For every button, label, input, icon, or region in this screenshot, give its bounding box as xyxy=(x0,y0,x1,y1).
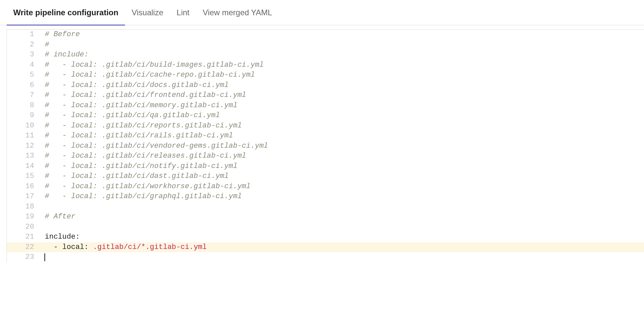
comment-token: # - local: .gitlab/ci/graphql.gitlab-ci.… xyxy=(45,192,242,200)
code-content[interactable]: # - local: .gitlab/ci/reports.gitlab-ci.… xyxy=(43,121,644,131)
code-content[interactable]: # - local: .gitlab/ci/docs.gitlab-ci.yml xyxy=(43,80,644,91)
editor-tabs: Write pipeline configurationVisualizeLin… xyxy=(0,0,644,25)
line-number: 16 xyxy=(7,182,43,192)
code-content[interactable]: # Before xyxy=(43,30,644,40)
comment-token: # include: xyxy=(45,50,89,59)
line-number: 15 xyxy=(7,171,43,182)
comment-token: # xyxy=(45,40,49,49)
code-content[interactable] xyxy=(43,222,644,232)
line-number: 17 xyxy=(7,192,43,202)
yaml-colon: : xyxy=(75,233,80,241)
code-line[interactable]: 18 xyxy=(7,202,644,212)
code-content[interactable]: # - local: .gitlab/ci/graphql.gitlab-ci.… xyxy=(43,192,644,202)
line-number: 5 xyxy=(7,70,43,80)
comment-token: # - local: .gitlab/ci/reports.gitlab-ci.… xyxy=(45,121,242,130)
tab-visualize[interactable]: Visualize xyxy=(125,0,170,25)
code-content[interactable]: # - local: .gitlab/ci/memory.gitlab-ci.y… xyxy=(43,101,644,111)
comment-token: # - local: .gitlab/ci/releases.gitlab-ci… xyxy=(45,152,246,160)
code-line[interactable]: 7# - local: .gitlab/ci/frontend.gitlab-c… xyxy=(7,90,644,101)
code-content[interactable]: # - local: .gitlab/ci/dast.gitlab-ci.yml xyxy=(43,171,644,182)
code-content[interactable]: # - local: .gitlab/ci/vendored-gems.gitl… xyxy=(43,141,644,151)
code-line[interactable]: 3# include: xyxy=(7,50,644,60)
line-number: 11 xyxy=(7,131,43,141)
comment-token: # - local: .gitlab/ci/qa.gitlab-ci.yml xyxy=(45,111,220,119)
code-content[interactable] xyxy=(43,252,644,263)
tab-write-pipeline-configuration[interactable]: Write pipeline configuration xyxy=(7,0,125,25)
line-number: 4 xyxy=(7,60,43,70)
comment-token: # - local: .gitlab/ci/workhorse.gitlab-c… xyxy=(45,182,251,191)
code-content[interactable]: # - local: .gitlab/ci/cache-repo.gitlab-… xyxy=(43,70,644,80)
line-number: 9 xyxy=(7,111,43,121)
code-content[interactable] xyxy=(43,202,644,212)
line-number: 12 xyxy=(7,141,43,151)
code-line[interactable]: 2# xyxy=(7,40,644,50)
yaml-key: local xyxy=(62,243,84,251)
code-content[interactable]: # - local: .gitlab/ci/rails.gitlab-ci.ym… xyxy=(43,131,644,141)
code-line[interactable]: 21include: xyxy=(7,232,644,242)
line-number: 23 xyxy=(7,252,43,263)
tab-lint[interactable]: Lint xyxy=(170,0,196,25)
comment-token: # Before xyxy=(45,30,80,39)
comment-token: # - local: .gitlab/ci/rails.gitlab-ci.ym… xyxy=(45,131,233,140)
line-number: 1 xyxy=(7,30,43,40)
code-line[interactable]: 6# - local: .gitlab/ci/docs.gitlab-ci.ym… xyxy=(7,80,644,91)
line-number: 13 xyxy=(7,151,43,161)
code-content[interactable]: # After xyxy=(43,212,644,222)
comment-token: # - local: .gitlab/ci/dast.gitlab-ci.yml xyxy=(45,172,229,180)
comment-token: # After xyxy=(45,212,75,221)
comment-token: # - local: .gitlab/ci/frontend.gitlab-ci… xyxy=(45,91,246,99)
code-content[interactable]: # - local: .gitlab/ci/frontend.gitlab-ci… xyxy=(43,90,644,101)
comment-token: # - local: .gitlab/ci/notify.gitlab-ci.y… xyxy=(45,162,237,170)
code-line[interactable]: 23 xyxy=(7,252,644,263)
code-line[interactable]: 8# - local: .gitlab/ci/memory.gitlab-ci.… xyxy=(7,101,644,111)
text-cursor xyxy=(44,253,45,261)
code-line[interactable]: 20 xyxy=(7,222,644,232)
code-content[interactable]: include: xyxy=(43,232,644,242)
code-content[interactable]: # - local: .gitlab/ci/workhorse.gitlab-c… xyxy=(43,182,644,192)
code-line[interactable]: 19# After xyxy=(7,212,644,222)
code-line[interactable]: 1# Before xyxy=(7,30,644,40)
code-line[interactable]: 5# - local: .gitlab/ci/cache-repo.gitlab… xyxy=(7,70,644,80)
code-content[interactable]: # - local: .gitlab/ci/qa.gitlab-ci.yml xyxy=(43,111,644,121)
yaml-colon: : xyxy=(84,243,93,251)
code-line[interactable]: 9# - local: .gitlab/ci/qa.gitlab-ci.yml xyxy=(7,111,644,121)
yaml-list-dash: - xyxy=(45,243,62,251)
code-content[interactable]: # xyxy=(43,40,644,50)
yaml-value: .gitlab/ci/*.gitlab-ci.yml xyxy=(93,243,207,251)
line-number: 20 xyxy=(7,222,43,232)
code-content[interactable]: # - local: .gitlab/ci/releases.gitlab-ci… xyxy=(43,151,644,161)
code-editor[interactable]: 1# Before2#3# include:4# - local: .gitla… xyxy=(7,29,644,263)
yaml-key: include xyxy=(45,233,75,241)
comment-token: # - local: .gitlab/ci/vendored-gems.gitl… xyxy=(45,142,268,150)
code-content[interactable]: # include: xyxy=(43,50,644,60)
code-content[interactable]: - local: .gitlab/ci/*.gitlab-ci.yml xyxy=(43,242,644,253)
code-content[interactable]: # - local: .gitlab/ci/notify.gitlab-ci.y… xyxy=(43,161,644,172)
line-number: 14 xyxy=(7,161,43,172)
line-number: 3 xyxy=(7,50,43,60)
code-line[interactable]: 4# - local: .gitlab/ci/build-images.gitl… xyxy=(7,60,644,70)
comment-token: # - local: .gitlab/ci/build-images.gitla… xyxy=(45,61,264,69)
comment-token: # - local: .gitlab/ci/cache-repo.gitlab-… xyxy=(45,71,255,79)
code-line[interactable]: 10# - local: .gitlab/ci/reports.gitlab-c… xyxy=(7,121,644,131)
line-number: 6 xyxy=(7,80,43,91)
line-number: 7 xyxy=(7,90,43,101)
code-line[interactable]: 12# - local: .gitlab/ci/vendored-gems.gi… xyxy=(7,141,644,151)
line-number: 22 xyxy=(7,242,43,253)
line-number: 10 xyxy=(7,121,43,131)
code-line[interactable]: 16# - local: .gitlab/ci/workhorse.gitlab… xyxy=(7,182,644,192)
comment-token: # - local: .gitlab/ci/docs.gitlab-ci.yml xyxy=(45,81,229,89)
code-line[interactable]: 22 - local: .gitlab/ci/*.gitlab-ci.yml xyxy=(7,242,644,253)
line-number: 2 xyxy=(7,40,43,50)
code-content[interactable]: # - local: .gitlab/ci/build-images.gitla… xyxy=(43,60,644,70)
line-number: 18 xyxy=(7,202,43,212)
line-number: 8 xyxy=(7,101,43,111)
code-line[interactable]: 14# - local: .gitlab/ci/notify.gitlab-ci… xyxy=(7,161,644,172)
comment-token: # - local: .gitlab/ci/memory.gitlab-ci.y… xyxy=(45,101,237,110)
code-line[interactable]: 13# - local: .gitlab/ci/releases.gitlab-… xyxy=(7,151,644,161)
code-line[interactable]: 11# - local: .gitlab/ci/rails.gitlab-ci.… xyxy=(7,131,644,141)
tab-view-merged-yaml[interactable]: View merged YAML xyxy=(196,0,279,25)
code-line[interactable]: 17# - local: .gitlab/ci/graphql.gitlab-c… xyxy=(7,192,644,202)
line-number: 21 xyxy=(7,232,43,242)
line-number: 19 xyxy=(7,212,43,222)
code-line[interactable]: 15# - local: .gitlab/ci/dast.gitlab-ci.y… xyxy=(7,171,644,182)
